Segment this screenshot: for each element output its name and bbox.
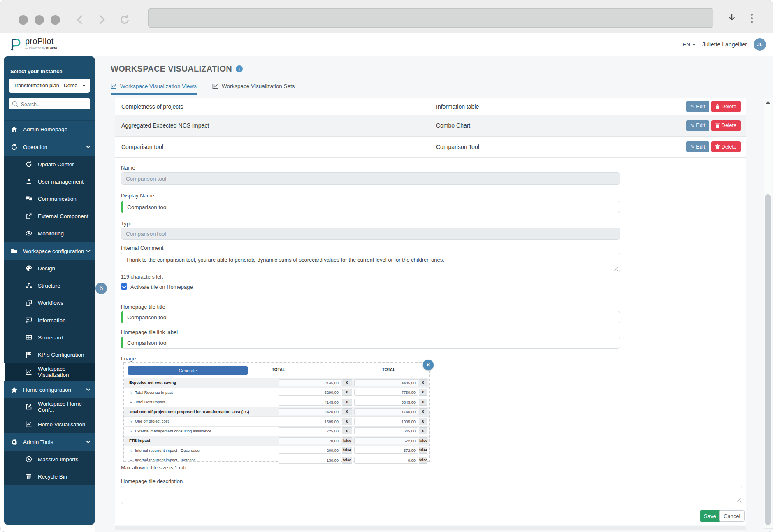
delete-button[interactable]: Delete [711,120,741,131]
scrollbar-thumb[interactable] [765,194,771,525]
generate-button: Generate [128,366,248,375]
sidebar-item-user-management[interactable]: User management [4,173,95,190]
sidebar-item-monitoring[interactable]: Monitoring [4,225,95,242]
browser-menu-icon[interactable] [751,14,753,23]
sidebar-item-label: Workspace Visualization [38,366,95,378]
display-name-field[interactable] [121,201,620,213]
sidebar-item-external-component[interactable]: External Component [4,207,95,225]
activate-tile-checkbox[interactable] [121,283,127,290]
preview-unit-badge: false [342,437,352,444]
homepage-tile-description-field[interactable] [121,486,742,504]
sidebar-item-scorecard[interactable]: Scorecard [4,329,95,346]
propilot-logo-icon [9,37,22,51]
palette-icon [25,265,32,272]
tab-workspace-visualization-views[interactable]: Workspace Visualization Views [111,83,197,95]
view-row-expanded[interactable]: Comparison tool Comparison Tool ✎Edit De… [115,136,746,158]
sidebar-item-admin-tools[interactable]: Admin Tools [4,433,95,451]
sidebar-item-label: Information [38,317,66,323]
sidebar-item-structure[interactable]: Structure [4,277,95,294]
folder-icon [10,248,18,255]
homepage-tile-title-label: Homepage tile title [121,304,165,310]
type-label: Type [121,221,132,227]
preview-row-label: External management consulting assistanc… [135,429,211,433]
edit-button[interactable]: ✎Edit [686,101,709,112]
brand-logo[interactable]: proPilot — Powered by dFakto [9,37,57,51]
preview-unit-badge: € [342,418,352,425]
homepage-tile-title-field[interactable] [121,311,620,323]
preview-row: ↳External management consulting assistan… [124,426,429,436]
remove-image-icon[interactable]: ✕ [423,360,434,370]
forward-icon[interactable] [96,14,107,26]
window-control-dot[interactable] [35,15,44,25]
sidebar-item-label: Scorecard [38,335,63,341]
vertical-scrollbar[interactable] [764,98,772,529]
activate-tile-label: Activate tile on Homepage [130,284,193,290]
sidebar-item-label: User management [38,179,84,185]
homepage-tile-link-field[interactable] [121,337,620,349]
sidebar-item-workspace-configuration[interactable]: Workspace configuration [4,242,95,260]
internal-comment-label: Internal Comment [121,245,163,251]
child-arrow-icon: ↳ [129,390,132,395]
preview-row-label: Internal recurrent impact - Increase [135,458,196,462]
tab-workspace-visualization-sets[interactable]: Workspace Visualization Sets [212,83,295,95]
sidebar-item-home-visualisation[interactable]: Home Visualisation [4,416,95,433]
view-row[interactable]: Aggregated Expected NCS impact Combo Cha… [115,115,746,137]
scroll-up-icon[interactable] [766,101,770,104]
sidebar-item-recycle-bin[interactable]: Recycle Bin [4,468,95,485]
sidebar-item-communication[interactable]: Communication [4,190,95,207]
back-icon[interactable] [74,14,86,26]
sidebar-item-label: Recycle Bin [38,474,67,480]
sidebar-item-update-center[interactable]: Update Center [4,156,95,173]
delete-button[interactable]: Delete [711,141,741,152]
edit-button[interactable]: ✎Edit [686,120,709,131]
avatar[interactable]: JL [754,38,766,51]
preview-value: 2420,00 [279,408,341,415]
user-name[interactable]: Juliette Langellier [702,41,747,48]
browser-chrome [0,0,773,33]
trash-icon [25,473,32,480]
sidebar-item-label: Workspace configuration [23,248,84,254]
preview-row: ↳Internal recurrent impact - Descrease 2… [124,446,429,455]
gear-icon [10,439,18,446]
preview-row: ↳Total Revenue Impact 6290,00 € 7750,00 … [124,388,429,397]
sidebar-item-operation[interactable]: Operation [4,138,95,156]
view-row[interactable]: Completness of projects Information tabl… [115,98,746,115]
sidebar-item-kpis-configuration[interactable]: KPIs Configuration [4,346,95,363]
language-selector[interactable]: EN [682,42,696,48]
preview-unit-badge: false [342,457,352,464]
homepage-tile-description-label: Homepage tile description [121,478,183,484]
sidebar-item-home-configuration[interactable]: Home configuration [4,381,95,398]
sidebar-item-workspace-visualization[interactable]: Workspace Visualization [4,363,95,381]
window-control-dot[interactable] [19,15,28,25]
sidebar-item-massive-imports[interactable]: Massive Imports [4,451,95,468]
sidebar-item-label: Workflows [38,300,63,306]
sidebar-item-label: Update Center [38,161,74,167]
sidebar-item-information[interactable]: Information [4,311,95,329]
refresh-icon[interactable] [119,14,130,26]
step-badge: 6 [95,283,107,294]
sidebar-item-design[interactable]: Design [4,260,95,277]
download-icon[interactable] [728,14,736,22]
window-control-dot[interactable] [51,15,60,25]
url-bar[interactable] [148,8,713,28]
preview-value: 200,00 [279,447,341,454]
info-icon[interactable]: i [236,65,243,72]
sync-icon [25,161,32,167]
sitemap-icon [25,282,32,289]
cancel-button[interactable]: Cancel [719,510,745,522]
preview-column-header: TOTAL [358,367,420,372]
edit-button[interactable]: ✎Edit [686,141,709,152]
brand-tagline: — Powered by [25,46,45,50]
internal-comment-field[interactable] [121,253,620,272]
sidebar-item-admin-homepage[interactable]: Admin Homepage [4,120,95,138]
delete-button[interactable]: Delete [711,101,741,112]
horizontal-scrollbar[interactable] [115,526,746,530]
search-input[interactable] [20,98,88,110]
sidebar-item-workflows[interactable]: Workflows [4,294,95,311]
page-title: WORKSPACE VISUALIZATION i [111,64,243,74]
save-button[interactable]: Save [700,510,720,522]
instance-select[interactable]: Transformation plan - Demo [9,79,90,93]
preview-value: -572,00 [354,437,418,444]
sidebar-item-label: Design [38,265,55,272]
sidebar-item-workspace-home-conf[interactable]: Workspace Home Conf... [4,398,95,416]
